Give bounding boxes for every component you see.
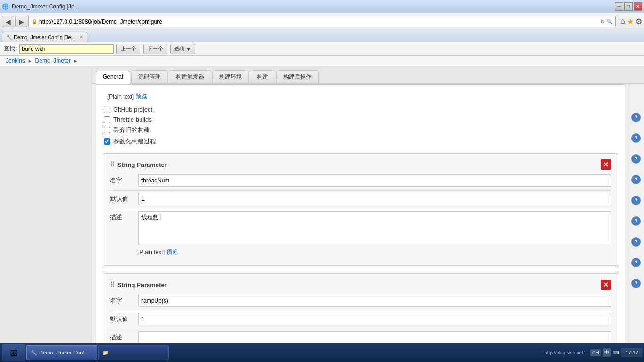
help-icon-9[interactable]: ? bbox=[631, 279, 641, 288]
param-box-1-header: ⠿ String Parameter ✕ bbox=[110, 159, 611, 170]
close-button[interactable]: ✕ bbox=[634, 2, 642, 11]
taskbar-right: http://blog.sina.net/... CH 中 ⌨ 17:17 bbox=[545, 348, 642, 357]
browser-tab[interactable]: 🔧 Demo_Jmeter Config [Je... ✕ bbox=[2, 32, 87, 42]
config-tabs: General 源码管理 构建触发器 构建环境 构建 构建后操作 bbox=[92, 66, 644, 84]
preview-link[interactable]: 预览 bbox=[136, 92, 147, 100]
title-bar: 🌐 Demo_Jmeter Config [Je... ─ □ ✕ bbox=[0, 0, 644, 13]
tools-icon[interactable]: ⚙ bbox=[636, 17, 642, 26]
throttle-checkbox[interactable] bbox=[104, 116, 110, 123]
param-2-default-label: 默认值 bbox=[110, 313, 138, 323]
keyboard-icon: ⌨ bbox=[613, 350, 619, 355]
throttle-label: Throttle builds bbox=[113, 116, 152, 123]
tab-post[interactable]: 构建后操作 bbox=[276, 70, 319, 83]
delete-param-2-button[interactable]: ✕ bbox=[601, 280, 611, 290]
address-input[interactable] bbox=[39, 18, 598, 25]
param-1-name-input[interactable] bbox=[138, 174, 611, 187]
find-bar: 查找: 上一个 下一个 选项 ▼ bbox=[0, 42, 644, 56]
find-next-button[interactable]: 下一个 bbox=[143, 44, 167, 54]
tab-env[interactable]: 构建环境 bbox=[212, 70, 249, 83]
tab-triggers[interactable]: 构建触发器 bbox=[169, 70, 211, 83]
find-options-arrow-icon: ▼ bbox=[186, 46, 191, 52]
drag-handle-2[interactable]: ⠿ bbox=[110, 281, 115, 288]
plain-text-label: [Plain text] bbox=[107, 93, 134, 100]
refresh-icon[interactable]: ↻ bbox=[600, 18, 605, 25]
help-icon-8[interactable]: ? bbox=[631, 258, 641, 267]
param-2-name-row: 名字 bbox=[110, 295, 611, 307]
param-1-title-label: String Parameter bbox=[117, 161, 167, 168]
help-icon-1[interactable]: ? bbox=[631, 113, 641, 122]
param-box-2-title: ⠿ String Parameter bbox=[110, 281, 167, 288]
home-icon[interactable]: ⌂ bbox=[620, 17, 625, 26]
breadcrumb: Jenkins ► Demo_Jmeter ► bbox=[0, 56, 644, 66]
breadcrumb-jenkins[interactable]: Jenkins bbox=[6, 58, 25, 64]
param-box-1-title: ⠿ String Parameter bbox=[110, 161, 167, 168]
search-addr-icon: 🔍 bbox=[607, 19, 612, 24]
param-2-name-input[interactable] bbox=[138, 295, 611, 307]
separator-1 bbox=[110, 190, 611, 191]
param-1-preview-link[interactable]: 预览 bbox=[166, 248, 178, 256]
taskbar-item-label: Demo_Jmeter Conf... bbox=[39, 350, 89, 355]
start-button[interactable]: ⊞ bbox=[2, 344, 25, 361]
checkbox-section: GitHub project Throttle builds 丢弃旧的构建 bbox=[104, 106, 617, 146]
taskbar-item-2-icon: 📁 bbox=[102, 350, 109, 356]
favorites-icon[interactable]: ★ bbox=[627, 17, 634, 26]
maximize-button[interactable]: □ bbox=[624, 2, 633, 11]
param-1-plain-text-row: [Plain text] 预览 bbox=[110, 248, 611, 256]
taskbar-item-explorer[interactable]: 📁 bbox=[98, 345, 169, 360]
find-label: 查找: bbox=[4, 45, 17, 53]
help-icon-3[interactable]: ? bbox=[631, 154, 641, 164]
param-2-name-label: 名字 bbox=[110, 295, 138, 305]
time-display: 17:17 bbox=[621, 348, 642, 357]
help-icon-5[interactable]: ? bbox=[631, 196, 641, 205]
param-1-desc-label: 描述 bbox=[110, 211, 138, 222]
discard-checkbox[interactable] bbox=[104, 127, 110, 133]
param-1-name-label: 名字 bbox=[110, 174, 138, 185]
find-input[interactable] bbox=[19, 44, 114, 54]
lang-icon: CH bbox=[590, 349, 601, 356]
param-1-desc-textarea[interactable]: 线程数| bbox=[138, 211, 611, 244]
drag-handle-1[interactable]: ⠿ bbox=[110, 161, 115, 168]
param-1-default-label: 默认值 bbox=[110, 193, 138, 203]
param-box-2-header: ⠿ String Parameter ✕ bbox=[110, 280, 611, 290]
github-checkbox-row: GitHub project bbox=[104, 106, 617, 113]
forward-button[interactable]: ▶ bbox=[15, 16, 27, 27]
plain-text-row: [Plain text] 预览 bbox=[104, 92, 617, 100]
address-bar: 🔒 ↻ 🔍 bbox=[28, 16, 616, 27]
separator-4 bbox=[110, 329, 611, 329]
parameterize-checkbox[interactable] bbox=[104, 138, 110, 145]
delete-param-1-button[interactable]: ✕ bbox=[601, 159, 611, 170]
minimize-button[interactable]: ─ bbox=[615, 2, 623, 11]
param-1-default-input[interactable] bbox=[138, 193, 611, 205]
github-checkbox[interactable] bbox=[104, 107, 110, 113]
browser-icons: ⌂ ★ ⚙ bbox=[620, 17, 642, 26]
param-box-1: ⠿ String Parameter ✕ 名字 默认值 bbox=[104, 153, 617, 266]
help-icon-7[interactable]: ? bbox=[631, 237, 641, 247]
find-options-button[interactable]: 选项 ▼ bbox=[170, 44, 195, 54]
tab-general[interactable]: General bbox=[96, 71, 130, 84]
param-2-default-row: 默认值 bbox=[110, 313, 611, 325]
help-icon-4[interactable]: ? bbox=[631, 175, 641, 184]
back-button[interactable]: ◀ bbox=[2, 16, 14, 27]
find-options-label: 选项 bbox=[174, 45, 185, 52]
browser-tab-bar: 🔧 Demo_Jmeter Config [Je... ✕ bbox=[0, 30, 644, 42]
input-method-icon: 中 bbox=[603, 348, 611, 357]
find-prev-button[interactable]: 上一个 bbox=[116, 44, 140, 54]
param-2-default-input[interactable] bbox=[138, 313, 611, 325]
param-box-2: ⠿ String Parameter ✕ 名字 默认值 bbox=[104, 273, 617, 354]
help-icon-6[interactable]: ? bbox=[631, 216, 641, 226]
param-1-default-row: 默认值 bbox=[110, 193, 611, 205]
windows-logo-icon: ⊞ bbox=[10, 347, 18, 358]
breadcrumb-project[interactable]: Demo_Jmeter bbox=[35, 58, 71, 64]
taskbar-item-icon: 🔧 bbox=[31, 350, 37, 356]
discard-label: 丢弃旧的构建 bbox=[113, 126, 150, 134]
separator-2 bbox=[110, 209, 611, 209]
tab-close-icon[interactable]: ✕ bbox=[79, 34, 83, 40]
help-icon-2[interactable]: ? bbox=[631, 133, 641, 143]
nav-bar: ◀ ▶ 🔒 ↻ 🔍 ⌂ ★ ⚙ bbox=[0, 13, 644, 30]
param-1-plain-text: [Plain text] bbox=[138, 249, 165, 255]
tab-build[interactable]: 构建 bbox=[250, 70, 275, 83]
tab-label: Demo_Jmeter Config [Je... bbox=[14, 34, 75, 40]
tab-source[interactable]: 源码管理 bbox=[131, 70, 168, 83]
taskbar-item-browser[interactable]: 🔧 Demo_Jmeter Conf... bbox=[26, 345, 97, 360]
taskbar: ⊞ 🔧 Demo_Jmeter Conf... 📁 http://blog.si… bbox=[0, 343, 644, 362]
